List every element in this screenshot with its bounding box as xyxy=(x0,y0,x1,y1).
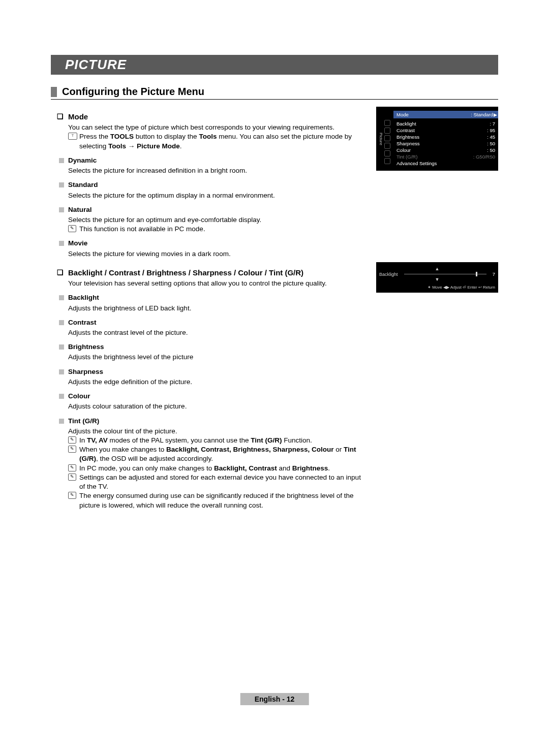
osd-slider-footer: ✦ Move ◀▶ Adjust ⏎ Enter ↩ Return xyxy=(379,285,495,290)
osd-icon xyxy=(384,128,390,134)
tint-note-4: ✎ Settings can be adjusted and stored fo… xyxy=(79,473,366,491)
section-bullet-icon xyxy=(51,87,57,97)
osd-row-advanced: Advanced Settings xyxy=(396,160,495,167)
osd-slider-value: 7 xyxy=(493,271,495,277)
osd-row-contrast: Contrast: 95 xyxy=(396,127,495,134)
note-icon: ✎ xyxy=(68,225,76,232)
adj-backlight-title: Backlight xyxy=(68,293,366,302)
mode-natural-desc: Selects the picture for an optimum and e… xyxy=(68,215,366,225)
osd-picture-menu: Picture Mode : Standard ▶ Backlight: 7 xyxy=(376,107,498,171)
osd-row-tint: Tint (G/R): G50/R50 xyxy=(396,153,495,160)
chevron-right-icon: ▶ xyxy=(494,112,497,117)
adjust-heading: Backlight / Contrast / Brightness / Shar… xyxy=(68,268,366,278)
page-footer: English - 12 xyxy=(240,693,309,705)
section-header: Configuring the Picture Menu xyxy=(51,86,498,100)
osd-up-arrow-icon: ▲ xyxy=(379,266,495,271)
osd-row-brightness: Brightness: 45 xyxy=(396,134,495,140)
mode-movie-desc: Selects the picture for viewing movies i… xyxy=(68,249,366,259)
osd-slider-knob xyxy=(476,272,477,276)
osd-row-sharpness: Sharpness: 50 xyxy=(396,140,495,147)
adj-brightness-desc: Adjusts the brightness level of the pict… xyxy=(68,353,366,362)
note-icon: ✎ xyxy=(68,436,76,444)
tint-note-1: ✎ In TV, AV modes of the PAL system, you… xyxy=(79,436,366,445)
osd-mode-row: Mode : Standard ▶ xyxy=(393,111,498,118)
adj-contrast-title: Contrast xyxy=(68,318,366,327)
section-title: Configuring the Picture Menu xyxy=(62,86,204,98)
osd-icon xyxy=(384,120,390,126)
osd-slider-panel: ▲ Backlight 7 ▼ ✦ Move ◀▶ Adjust ⏎ Enter… xyxy=(376,262,498,293)
adj-sharpness-desc: Adjusts the edge definition of the pictu… xyxy=(68,377,366,387)
tint-note-5: ✎ The energy consumed during use can be … xyxy=(79,491,366,510)
mode-standard-title: Standard xyxy=(68,180,366,190)
mode-intro: You can select the type of picture which… xyxy=(68,123,366,132)
adj-sharpness-title: Sharpness xyxy=(68,367,366,376)
mode-standard-desc: Selects the picture for the optimum disp… xyxy=(68,191,366,200)
osd-row-colour: Colour: 50 xyxy=(396,147,495,153)
note-icon: ✎ xyxy=(68,464,76,471)
tools-icon: T xyxy=(68,133,77,140)
osd-down-arrow-icon: ▼ xyxy=(379,277,495,282)
osd-icon xyxy=(384,158,390,164)
adj-brightness-title: Brightness xyxy=(68,342,366,352)
osd-row-backlight: Backlight: 7 xyxy=(396,120,495,127)
adj-tint-title: Tint (G/R) xyxy=(68,417,366,426)
note-icon: ✎ xyxy=(68,492,76,499)
mode-dynamic-desc: Selects the picture for increased defini… xyxy=(68,166,366,175)
mode-dynamic-title: Dynamic xyxy=(68,156,366,165)
mode-natural-note: ✎ This function is not available in PC m… xyxy=(79,225,366,234)
main-text-column: Mode You can select the type of picture … xyxy=(51,107,366,510)
adj-colour-desc: Adjusts colour saturation of the picture… xyxy=(68,402,366,411)
osd-side-icons xyxy=(384,120,390,164)
adj-tint-desc: Adjusts the colour tint of the picture. xyxy=(68,427,366,436)
note-icon: ✎ xyxy=(68,474,76,481)
note-icon: ✎ xyxy=(68,446,76,453)
chapter-banner: PICTURE xyxy=(51,55,498,75)
adj-contrast-desc: Adjusts the contrast level of the pictur… xyxy=(68,328,366,337)
adj-colour-title: Colour xyxy=(68,392,366,401)
osd-icon xyxy=(384,150,390,156)
mode-movie-title: Movie xyxy=(68,239,366,248)
tint-note-2: ✎ When you make changes to Backlight, Co… xyxy=(79,445,366,463)
osd-column: Picture Mode : Standard ▶ Backlight: 7 xyxy=(376,107,498,510)
adj-backlight-desc: Adjusts the brightness of LED back light… xyxy=(68,304,366,313)
osd-icon xyxy=(384,135,390,141)
adjust-intro: Your television has several setting opti… xyxy=(68,279,366,288)
osd-icon xyxy=(384,143,390,149)
mode-heading: Mode xyxy=(68,112,366,122)
tint-note-3: ✎ In PC mode, you can only make changes … xyxy=(79,464,366,473)
osd-slider-label: Backlight xyxy=(379,272,398,277)
osd-side-label: Picture xyxy=(377,112,383,166)
osd-slider-track xyxy=(404,274,486,274)
mode-natural-title: Natural xyxy=(68,205,366,214)
tools-note: T Press the TOOLS button to display the … xyxy=(79,132,366,150)
